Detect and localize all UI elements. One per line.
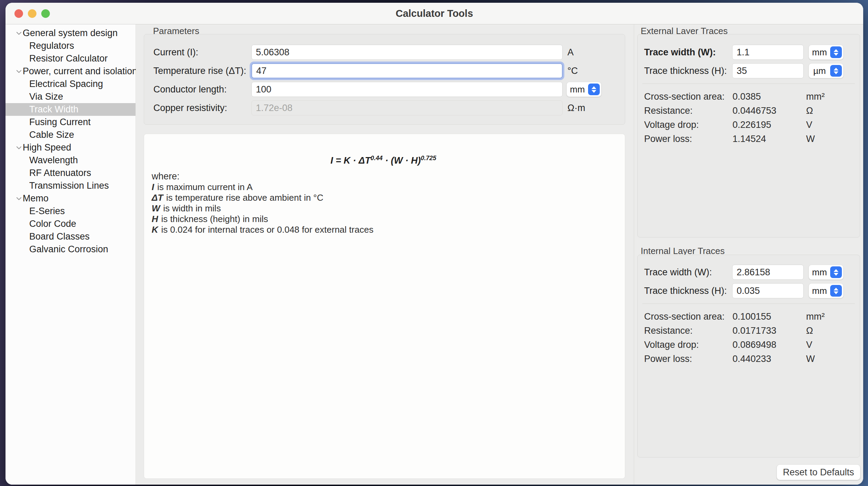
- trace-input[interactable]: [732, 265, 804, 280]
- result-row: Cross-section area: 0.100155 mm²: [638, 310, 860, 324]
- result-value: 0.226195: [733, 120, 806, 130]
- sidebar-item[interactable]: Color Code: [6, 218, 135, 230]
- help-text-panel: I = K · ΔT0.44 · (W · H)0.725 where: Iis…: [144, 134, 625, 479]
- chevron-down-icon[interactable]: [15, 195, 23, 202]
- trace-input[interactable]: [732, 63, 804, 78]
- sidebar-item-label: Memo: [23, 193, 48, 204]
- parameter-row: Current (I): A A: [144, 44, 625, 60]
- result-label: Power loss:: [644, 354, 733, 364]
- unit-dropdown[interactable]: mm: [566, 82, 601, 97]
- unit-dropdown[interactable]: mm: [809, 283, 844, 298]
- chevron-down-icon[interactable]: [15, 144, 23, 152]
- trace-input[interactable]: [732, 283, 804, 298]
- window-titlebar: Calculator Tools: [6, 3, 863, 24]
- definition-term: W: [152, 203, 160, 213]
- unit-dropdown-value: mm: [809, 47, 830, 58]
- result-row: Power loss: 0.440233 W: [638, 352, 860, 366]
- result-row: Voltage drop: 0.0869498 V: [638, 338, 860, 352]
- sidebar-item[interactable]: Memo: [6, 192, 135, 205]
- result-label: Resistance:: [644, 106, 733, 116]
- sidebar-item-label: Transmission Lines: [29, 180, 109, 191]
- sidebar-item[interactable]: Wavelength: [6, 154, 135, 167]
- sidebar-item[interactable]: General system design: [6, 27, 135, 40]
- trace-input-row: Trace thickness (H): µm: [638, 63, 860, 79]
- result-value: 0.0869498: [733, 340, 806, 350]
- external-trace-inputs: Trace width (W): mm Trace thickness (H):…: [638, 44, 860, 79]
- result-label: Power loss:: [644, 134, 733, 144]
- sidebar-item[interactable]: Board Classes: [6, 230, 135, 243]
- divider: [642, 84, 855, 84]
- result-value: 0.0385: [733, 91, 806, 102]
- unit-dropdown[interactable]: µm: [809, 63, 844, 78]
- sidebar-item[interactable]: Via Size: [6, 90, 135, 103]
- sidebar-item-label: Track Width: [29, 104, 78, 115]
- unit-dropdown-value: mm: [809, 286, 830, 296]
- sidebar-item[interactable]: Fusing Current: [6, 116, 135, 129]
- sidebar-item-label: E-Series: [29, 206, 65, 217]
- unit-dropdown[interactable]: mm: [809, 45, 844, 60]
- trace-input-label: Trace thickness (H):: [644, 66, 732, 76]
- window-title: Calculator Tools: [6, 3, 863, 24]
- sidebar-item[interactable]: High Speed: [6, 141, 135, 154]
- unit-dropdown[interactable]: mm: [809, 265, 844, 280]
- parameter-input[interactable]: [251, 100, 563, 115]
- chevron-down-icon[interactable]: [15, 30, 23, 37]
- result-unit: V: [806, 120, 812, 130]
- definition-line: Kis 0.024 for internal traces or 0.048 f…: [152, 224, 617, 235]
- sidebar-item-label: Regulators: [29, 41, 74, 51]
- sidebar-item[interactable]: Resistor Calculator: [6, 52, 135, 65]
- trace-input[interactable]: [732, 45, 804, 60]
- sidebar-item[interactable]: Cable Size: [6, 129, 135, 141]
- result-label: Voltage drop:: [644, 120, 733, 130]
- sidebar-item-label: RF Attenuators: [29, 168, 91, 178]
- stepper-icon[interactable]: [830, 266, 842, 278]
- sidebar-item[interactable]: E-Series: [6, 205, 135, 218]
- parameter-input[interactable]: [251, 82, 563, 97]
- unit-dropdown-value: mm: [809, 267, 830, 278]
- parameters-group: Current (I): A A Temperature rise (ΔT): …: [144, 34, 625, 125]
- definition-line: Iis maximum current in A: [152, 182, 617, 192]
- internal-trace-inputs: Trace width (W): mm Trace thickness (H):…: [638, 264, 860, 299]
- parameter-unit: °C: [567, 66, 578, 76]
- result-unit: W: [806, 354, 815, 364]
- sidebar-item[interactable]: Power, current and isolation: [6, 65, 135, 78]
- definition-line: ΔTis temperature rise above ambient in °…: [152, 192, 617, 203]
- calculator-tools-window: Calculator Tools General system design R…: [6, 3, 863, 485]
- minimize-icon[interactable]: [28, 9, 36, 18]
- sidebar-item[interactable]: RF Attenuators: [6, 167, 135, 179]
- sidebar-item[interactable]: Electrical Spacing: [6, 78, 135, 90]
- result-value: 1.14524: [733, 134, 806, 144]
- definition-line: Wis width in mils: [152, 203, 617, 214]
- reset-to-defaults-button[interactable]: Reset to Defaults: [777, 464, 860, 480]
- trace-input-label: Trace width (W):: [644, 47, 732, 58]
- sidebar-item[interactable]: Regulators: [6, 40, 135, 52]
- sidebar-item-label: Galvanic Corrosion: [29, 244, 108, 255]
- sidebar-item[interactable]: Galvanic Corrosion: [6, 243, 135, 256]
- close-icon[interactable]: [14, 9, 23, 18]
- traffic-lights: [14, 3, 50, 24]
- sidebar-item-label: Fusing Current: [29, 117, 91, 128]
- where-label: where:: [152, 171, 617, 182]
- stepper-icon[interactable]: [830, 46, 842, 58]
- trace-input-row: Trace width (W): mm: [638, 44, 860, 60]
- parameter-row: Conductor length: mm mm: [144, 81, 625, 97]
- result-unit: V: [806, 340, 812, 350]
- sidebar-item-label: General system design: [23, 28, 118, 38]
- stepper-icon[interactable]: [830, 65, 842, 77]
- sidebar-item[interactable]: Track Width: [6, 103, 135, 116]
- stepper-icon[interactable]: [588, 84, 600, 95]
- external-trace-results: Cross-section area: 0.0385 mm² Resistanc…: [638, 90, 860, 146]
- result-unit: Ω: [806, 106, 813, 116]
- result-row: Cross-section area: 0.0385 mm²: [638, 90, 860, 104]
- stepper-icon[interactable]: [830, 285, 842, 297]
- result-label: Cross-section area:: [644, 91, 733, 102]
- result-value: 0.100155: [733, 311, 806, 322]
- result-row: Voltage drop: 0.226195 V: [638, 118, 860, 132]
- parameter-input[interactable]: [251, 45, 563, 60]
- sidebar-item[interactable]: Transmission Lines: [6, 179, 135, 192]
- sidebar-item-label: Via Size: [29, 91, 63, 102]
- parameter-input[interactable]: [251, 63, 563, 78]
- fullscreen-icon[interactable]: [41, 9, 50, 18]
- chevron-down-icon[interactable]: [15, 68, 23, 75]
- window-content: General system design Regulators Resisto…: [6, 24, 863, 485]
